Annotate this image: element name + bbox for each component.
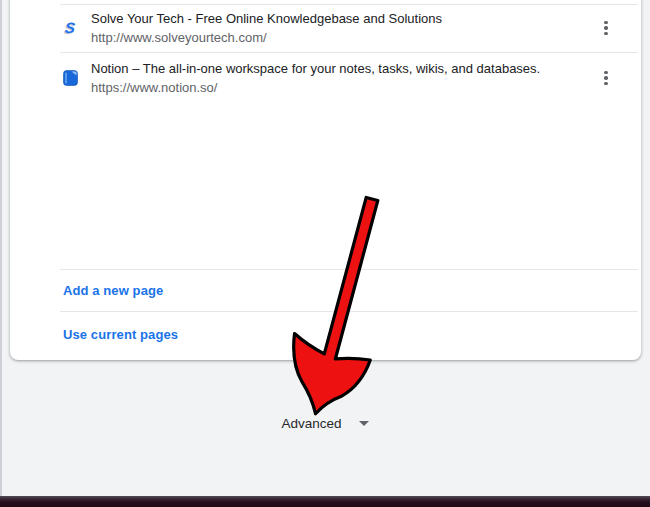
add-new-page-button[interactable]: Add a new page xyxy=(10,269,641,311)
use-current-pages-button[interactable]: Use current pages xyxy=(10,311,641,358)
notion-favicon xyxy=(62,70,78,86)
page-title: Solve Your Tech - Free Online Knowledgeb… xyxy=(91,10,442,27)
kebab-menu-icon[interactable] xyxy=(593,65,619,91)
page-title: Notion – The all-in-one workspace for yo… xyxy=(91,60,540,77)
screen-bottom-bar xyxy=(0,496,650,507)
add-new-page-label: Add a new page xyxy=(63,283,163,298)
chevron-down-icon xyxy=(359,421,369,426)
advanced-label: Advanced xyxy=(281,416,341,431)
page-url: http://www.solveyourtech.com/ xyxy=(91,29,442,46)
kebab-menu-icon[interactable] xyxy=(593,15,619,41)
startup-page-row-solveyourtech: S Solve Your Tech - Free Online Knowledg… xyxy=(10,4,641,52)
use-current-pages-label: Use current pages xyxy=(63,327,178,342)
startup-pages-card: S Solve Your Tech - Free Online Knowledg… xyxy=(10,0,641,360)
advanced-button[interactable]: Advanced xyxy=(0,410,650,436)
solve-your-tech-favicon: S xyxy=(62,20,78,36)
page-url: https://www.notion.so/ xyxy=(91,79,540,96)
startup-page-row-notion: Notion – The all-in-one workspace for yo… xyxy=(10,53,641,103)
